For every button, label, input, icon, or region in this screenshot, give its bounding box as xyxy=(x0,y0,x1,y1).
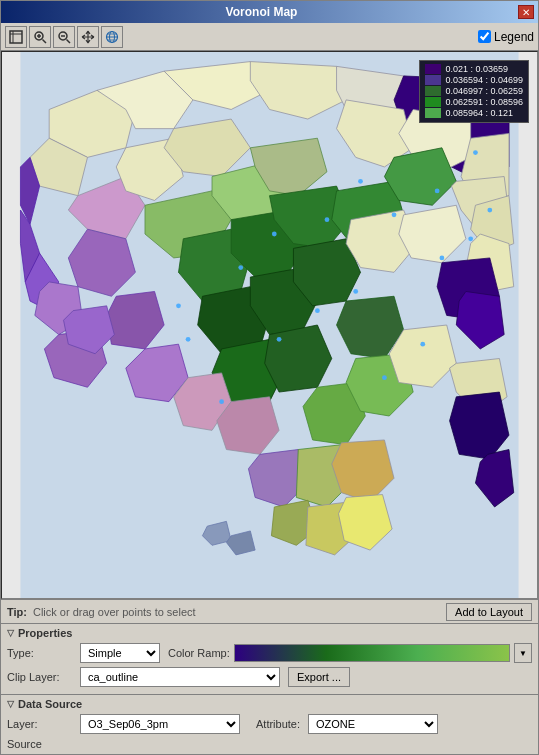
toolbar: Legend xyxy=(1,23,538,51)
svg-point-90 xyxy=(487,208,492,213)
color-ramp-dropdown[interactable]: ▼ xyxy=(514,643,532,663)
map-area[interactable]: 0.021 : 0.03659 0.036594 : 0.04699 0.046… xyxy=(1,51,538,599)
svg-line-8 xyxy=(67,39,71,43)
tip-label: Tip: xyxy=(7,606,27,618)
properties-triangle: ▽ xyxy=(7,628,14,638)
legend-color-1 xyxy=(425,64,441,74)
svg-point-80 xyxy=(272,232,277,237)
source-label: Source xyxy=(7,738,532,750)
svg-line-4 xyxy=(43,39,47,43)
attribute-label: Attribute: xyxy=(256,718,300,730)
svg-point-85 xyxy=(315,308,320,313)
svg-point-91 xyxy=(440,256,445,261)
legend-box: 0.021 : 0.03659 0.036594 : 0.04699 0.046… xyxy=(419,60,529,123)
data-source-section: ▽ Data Source Layer: O3_Sep06_3pm Attrib… xyxy=(1,694,538,754)
color-ramp-container: Color Ramp: ▼ xyxy=(168,643,532,663)
legend-item-5: 0.085964 : 0.121 xyxy=(425,108,523,118)
zoom-out-button[interactable] xyxy=(53,26,75,48)
legend-item-2: 0.036594 : 0.04699 xyxy=(425,75,523,85)
svg-point-94 xyxy=(420,342,425,347)
legend-color-4 xyxy=(425,97,441,107)
data-source-title: Data Source xyxy=(18,698,82,710)
globe-button[interactable] xyxy=(101,26,123,48)
legend-label-3: 0.046997 : 0.06259 xyxy=(445,86,523,96)
type-row: Type: Simple Graduated Unique Values Col… xyxy=(7,643,532,663)
svg-rect-0 xyxy=(10,31,22,43)
svg-point-81 xyxy=(325,217,330,222)
svg-point-79 xyxy=(186,337,191,342)
legend-label-4: 0.062591 : 0.08596 xyxy=(445,97,523,107)
main-window: Voronoi Map ✕ xyxy=(0,0,539,755)
layer-row: Layer: O3_Sep06_3pm Attribute: OZONE xyxy=(7,714,532,734)
svg-point-82 xyxy=(358,179,363,184)
svg-point-77 xyxy=(176,303,181,308)
data-source-triangle: ▽ xyxy=(7,699,14,709)
tip-text: Click or drag over points to select xyxy=(33,606,446,618)
svg-point-89 xyxy=(473,150,478,155)
legend-color-3 xyxy=(425,86,441,96)
layer-select[interactable]: O3_Sep06_3pm xyxy=(80,714,240,734)
layer-label: Layer: xyxy=(7,718,72,730)
clip-layer-label: Clip Layer: xyxy=(7,671,72,683)
svg-point-78 xyxy=(238,265,243,270)
legend-color-5 xyxy=(425,108,441,118)
close-button[interactable]: ✕ xyxy=(518,5,534,19)
legend-color-2 xyxy=(425,75,441,85)
legend-item-3: 0.046997 : 0.06259 xyxy=(425,86,523,96)
legend-checkbox[interactable] xyxy=(478,30,491,43)
tip-bar: Tip: Click or drag over points to select… xyxy=(1,599,538,623)
type-select[interactable]: Simple Graduated Unique Values xyxy=(80,643,160,663)
pan-button[interactable] xyxy=(77,26,99,48)
legend-label-1: 0.021 : 0.03659 xyxy=(445,64,508,74)
title-bar: Voronoi Map ✕ xyxy=(1,1,538,23)
svg-point-93 xyxy=(382,375,387,380)
window-title: Voronoi Map xyxy=(5,5,518,19)
color-ramp-bar[interactable] xyxy=(234,644,510,662)
properties-section: ▽ Properties Type: Simple Graduated Uniq… xyxy=(1,623,538,694)
legend-toggle[interactable]: Legend xyxy=(478,30,534,44)
color-ramp-label: Color Ramp: xyxy=(168,647,230,659)
legend-item-4: 0.062591 : 0.08596 xyxy=(425,97,523,107)
attribute-select[interactable]: OZONE xyxy=(308,714,438,734)
clip-layer-row: Clip Layer: ca_outline None Export ... xyxy=(7,667,532,687)
svg-point-88 xyxy=(435,189,440,194)
legend-label-5: 0.085964 : 0.121 xyxy=(445,108,513,118)
select-tool-button[interactable] xyxy=(5,26,27,48)
svg-point-87 xyxy=(219,399,224,404)
svg-point-92 xyxy=(468,236,473,241)
svg-point-86 xyxy=(353,289,358,294)
zoom-in-button[interactable] xyxy=(29,26,51,48)
legend-label-2: 0.036594 : 0.04699 xyxy=(445,75,523,85)
svg-point-84 xyxy=(277,337,282,342)
svg-point-83 xyxy=(392,212,397,217)
export-button[interactable]: Export ... xyxy=(288,667,350,687)
legend-label: Legend xyxy=(494,30,534,44)
data-source-header: ▽ Data Source xyxy=(7,698,532,710)
properties-header: ▽ Properties xyxy=(7,627,532,639)
clip-layer-select[interactable]: ca_outline None xyxy=(80,667,280,687)
properties-title: Properties xyxy=(18,627,72,639)
add-to-layout-button[interactable]: Add to Layout xyxy=(446,603,532,621)
type-label: Type: xyxy=(7,647,72,659)
legend-item-1: 0.021 : 0.03659 xyxy=(425,64,523,74)
